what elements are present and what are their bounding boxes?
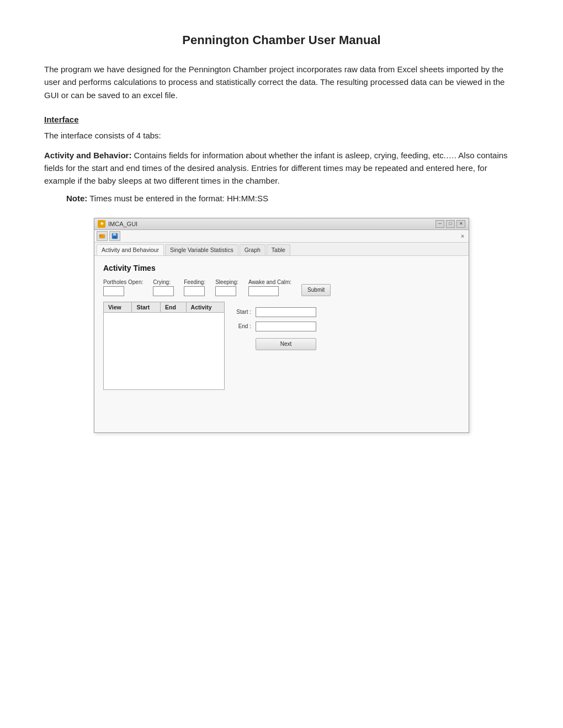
table-body-area	[103, 313, 225, 390]
feeding-label: Feeding:	[184, 279, 205, 285]
feeding-group: Feeding:	[184, 279, 205, 296]
crying-input[interactable]	[153, 286, 174, 296]
submit-button[interactable]: Submit	[301, 284, 331, 296]
portholes-open-label: Portholes Open:	[103, 279, 143, 285]
gui-window: ★ IMCA_GUI ─ □ ✕ × Activity and Behaviou	[94, 218, 469, 433]
folder-icon	[99, 233, 105, 239]
toolbar: ×	[94, 230, 469, 243]
save-button[interactable]	[109, 231, 120, 241]
awake-calm-group: Awake and Calm:	[248, 279, 291, 296]
start-input[interactable]	[256, 307, 316, 317]
fields-row: Portholes Open: Crying: Feeding: Sleepin…	[103, 279, 460, 296]
table-panel: View Start End Activity	[103, 302, 225, 390]
tab-graph[interactable]: Graph	[240, 244, 265, 255]
svg-rect-3	[113, 233, 116, 235]
activity-behavior-desc: Activity and Behavior: Contains fields f…	[44, 149, 519, 188]
right-panel: Start : End : Next	[233, 302, 316, 350]
awake-calm-label: Awake and Calm:	[248, 279, 291, 285]
app-icon: ★	[98, 220, 105, 228]
activity-behavior-bold: Activity and Behavior:	[44, 151, 131, 160]
close-button[interactable]: ✕	[456, 220, 465, 228]
sleeping-label: Sleeping:	[215, 279, 238, 285]
note-text: Times must be entered in the format: HH:…	[87, 194, 268, 203]
svg-rect-4	[113, 236, 117, 238]
feeding-input[interactable]	[184, 286, 205, 296]
title-bar: ★ IMCA_GUI ─ □ ✕	[94, 218, 469, 230]
minimize-button[interactable]: ─	[435, 220, 444, 228]
interface-heading: Interface	[44, 115, 519, 124]
save-icon	[111, 233, 118, 239]
col-end: End	[161, 302, 187, 312]
crying-label: Crying:	[153, 279, 174, 285]
awake-calm-input[interactable]	[248, 286, 279, 296]
tab-activity-behaviour[interactable]: Activity and Behaviour	[97, 244, 164, 255]
end-input[interactable]	[256, 322, 316, 331]
bottom-spacer	[103, 390, 460, 423]
col-start: Start	[132, 302, 161, 312]
start-label: Start :	[233, 309, 251, 315]
note-line: Note: Times must be entered in the forma…	[66, 192, 519, 205]
activity-table: View Start End Activity	[103, 302, 225, 313]
page-title: Pennington Chamber User Manual	[44, 33, 519, 47]
activity-times-title: Activity Times	[103, 264, 460, 272]
end-row: End :	[233, 322, 316, 331]
col-activity: Activity	[186, 302, 224, 312]
crying-group: Crying:	[153, 279, 174, 296]
title-bar-text: IMCA_GUI	[108, 221, 137, 227]
toolbar-close[interactable]: ×	[459, 232, 466, 240]
tab-bar: Activity and Behaviour Single Variable S…	[94, 243, 469, 256]
start-row: Start :	[233, 307, 316, 317]
portholes-open-group: Portholes Open:	[103, 279, 143, 296]
sleeping-group: Sleeping:	[215, 279, 238, 296]
two-col-layout: View Start End Activity Start : End	[103, 302, 460, 390]
portholes-open-input[interactable]	[103, 286, 124, 296]
title-bar-left: ★ IMCA_GUI	[98, 220, 137, 228]
end-label: End :	[233, 323, 251, 329]
maximize-button[interactable]: □	[446, 220, 455, 228]
next-button[interactable]: Next	[256, 338, 316, 350]
tab-single-variable-statistics[interactable]: Single Variable Statistics	[165, 244, 238, 255]
tab-table[interactable]: Table	[267, 244, 290, 255]
title-bar-controls: ─ □ ✕	[435, 220, 465, 228]
open-file-button[interactable]	[97, 231, 108, 241]
svg-rect-1	[99, 235, 102, 236]
tabs-intro: The interface consists of 4 tabs:	[44, 131, 519, 140]
main-content: Activity Times Portholes Open: Crying: F…	[94, 256, 469, 432]
col-view: View	[104, 302, 132, 312]
intro-paragraph: The program we have designed for the Pen…	[44, 63, 519, 101]
note-bold: Note:	[66, 194, 87, 203]
sleeping-input[interactable]	[215, 286, 236, 296]
